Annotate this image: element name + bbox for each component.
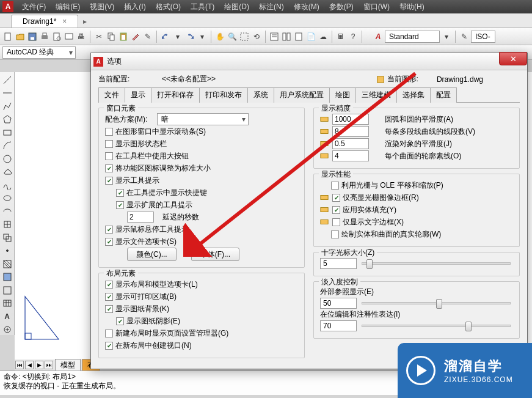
chk-tooltip-shortcut[interactable] [116, 189, 124, 197]
tab-drafting[interactable]: 绘图 [329, 87, 356, 103]
chk-printable[interactable] [105, 293, 113, 301]
markup-icon[interactable]: ☁ [318, 31, 329, 42]
dialog-titlebar[interactable]: A 选项 ✕ [91, 53, 527, 70]
ellipse-arc-icon[interactable] [1, 206, 13, 217]
chk-paper-bg[interactable] [105, 305, 113, 313]
properties-icon[interactable] [269, 31, 280, 42]
menu-view[interactable]: 视图(V) [85, 2, 119, 12]
crosshair-value[interactable]: 5 [320, 258, 357, 269]
chk-ole[interactable] [331, 182, 339, 190]
redo-icon[interactable] [184, 31, 195, 42]
hatch-icon[interactable] [1, 259, 13, 270]
gradient-icon[interactable] [1, 272, 13, 283]
new-tab-icon[interactable]: ▸ [78, 15, 92, 28]
new-icon[interactable] [2, 31, 13, 42]
plot-icon[interactable]: 🖶 [76, 31, 87, 42]
chk-std-icon[interactable] [105, 164, 113, 172]
menu-format[interactable]: 格式(O) [151, 2, 186, 12]
make-block-icon[interactable] [1, 232, 13, 243]
menu-file[interactable]: 文件(F) [17, 2, 51, 12]
chk-large-buttons[interactable] [105, 152, 113, 160]
chk-pagesetup[interactable] [105, 330, 113, 337]
menu-help[interactable]: 帮助(H) [395, 2, 429, 12]
chk-silhouette[interactable] [331, 230, 339, 238]
colors-button[interactable]: 颜色(C)... [127, 248, 177, 261]
redo-drop-icon[interactable]: ▾ [197, 31, 208, 42]
polygon-icon[interactable] [1, 114, 13, 125]
chk-tooltips[interactable] [105, 177, 113, 185]
document-tab[interactable]: Drawing1* × [11, 15, 78, 28]
app-icon[interactable]: A [2, 1, 13, 12]
textstyle-drop-icon[interactable]: ▾ [441, 31, 452, 42]
polyline-seg-input[interactable]: 8 [332, 126, 369, 137]
construction-line-icon[interactable] [1, 88, 13, 99]
tab-system[interactable]: 系统 [247, 87, 274, 103]
tab-user-pref[interactable]: 用户系统配置 [274, 87, 330, 103]
print-preview-icon[interactable] [51, 31, 62, 42]
pan-icon[interactable]: ✋ [214, 31, 225, 42]
dimstyle-icon[interactable]: ✎ [459, 31, 470, 42]
line-icon[interactable] [1, 75, 13, 86]
chk-file-tabs[interactable] [105, 238, 113, 246]
textstyle-combo[interactable]: Standard [385, 31, 440, 43]
design-center-icon[interactable] [281, 31, 292, 42]
polyline-icon[interactable] [1, 101, 13, 112]
delay-input[interactable]: 2 [127, 212, 154, 223]
point-icon[interactable] [1, 246, 13, 257]
circle-icon[interactable] [1, 153, 13, 164]
table-icon[interactable] [1, 298, 13, 309]
chk-viewport[interactable] [105, 342, 113, 350]
spline-icon[interactable] [1, 180, 13, 191]
undo-icon[interactable] [160, 31, 171, 42]
inplace-fade-value[interactable]: 70 [320, 320, 357, 331]
workspace-combo[interactable]: AutoCAD 经典 [2, 46, 76, 59]
chk-layout-tabs[interactable] [105, 281, 113, 289]
chk-raster-frame[interactable] [332, 194, 340, 202]
tab-open-save[interactable]: 打开和保存 [151, 87, 200, 103]
menu-window[interactable]: 窗口(W) [359, 2, 395, 12]
menu-edit[interactable]: 编辑(E) [51, 2, 85, 12]
tab-3dmodel[interactable]: 三维建模 [355, 87, 397, 103]
textstyle-icon[interactable]: A [373, 31, 384, 42]
tab-nav-prev-icon[interactable]: ◀ [25, 361, 34, 369]
chk-solid-fill[interactable] [332, 206, 340, 214]
calc-icon[interactable]: 🖩 [335, 31, 346, 42]
tab-model[interactable]: 模型 [55, 359, 81, 372]
menu-draw[interactable]: 绘图(D) [219, 2, 254, 12]
paste-icon[interactable] [118, 31, 129, 42]
crosshair-slider[interactable] [362, 262, 511, 265]
undo-drop-icon[interactable]: ▾ [172, 31, 183, 42]
dialog-close-button[interactable]: ✕ [499, 52, 527, 65]
color-scheme-combo[interactable]: 暗 [157, 113, 249, 125]
dimstyle-combo[interactable]: ISO- [471, 31, 495, 43]
chk-rollover[interactable] [105, 226, 113, 234]
save-icon[interactable] [27, 31, 38, 42]
tab-display[interactable]: 显示 [125, 87, 151, 103]
chk-paper-shadow[interactable] [116, 317, 124, 325]
open-icon[interactable] [15, 31, 26, 42]
tab-nav-next-icon[interactable]: ▶ [35, 361, 43, 369]
region-icon[interactable] [1, 285, 13, 296]
arc-icon[interactable] [1, 141, 13, 152]
xref-fade-slider[interactable] [362, 302, 511, 304]
revcloud-icon[interactable] [1, 167, 13, 178]
chk-ext-tooltip[interactable] [116, 201, 124, 209]
menu-parametric[interactable]: 参数(P) [324, 2, 359, 12]
tab-plot-publish[interactable]: 打印和发布 [199, 87, 248, 103]
chk-scrollbars[interactable] [105, 128, 113, 136]
copy-icon[interactable] [106, 31, 117, 42]
fonts-button[interactable]: 字体(F)... [191, 248, 239, 261]
rectangle-icon[interactable] [1, 127, 13, 138]
tool-palettes-icon[interactable] [293, 31, 304, 42]
render-smooth-input[interactable]: 0.5 [332, 138, 369, 149]
cut-icon[interactable]: ✂ [93, 31, 104, 42]
surface-contour-input[interactable]: 4 [332, 150, 369, 161]
menu-insert[interactable]: 插入(I) [119, 2, 150, 12]
block-editor-icon[interactable]: ✎ [142, 31, 153, 42]
menu-dimension[interactable]: 标注(N) [254, 2, 289, 12]
addselected-icon[interactable] [1, 325, 13, 336]
chk-text-frame[interactable] [332, 218, 340, 226]
insert-block-icon[interactable] [1, 219, 13, 230]
menu-modify[interactable]: 修改(M) [289, 2, 324, 12]
arc-smooth-input[interactable]: 1000 [332, 114, 369, 125]
